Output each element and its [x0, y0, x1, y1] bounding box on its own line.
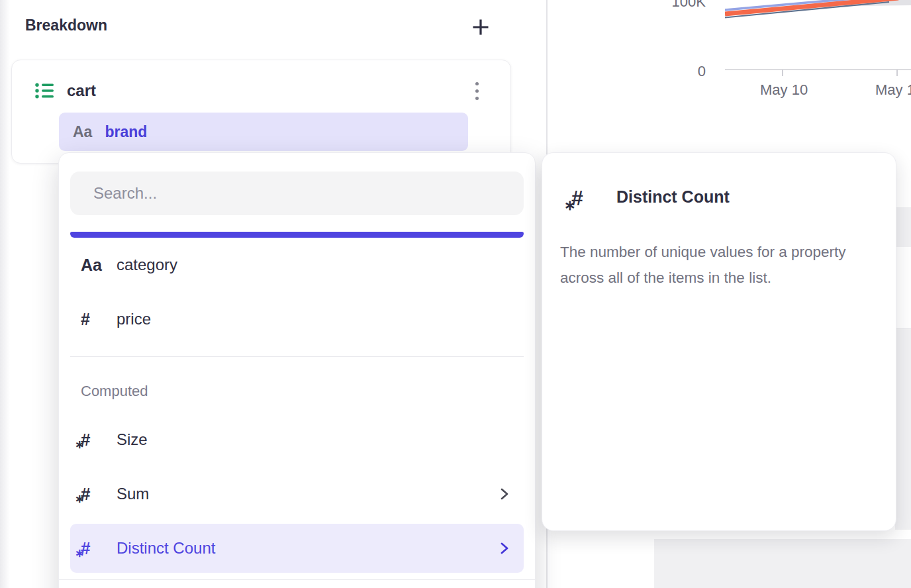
computed-label: Size — [117, 430, 148, 449]
list-icon — [34, 80, 55, 101]
x-axis-tick — [896, 70, 898, 76]
computed-section-label: Computed — [81, 383, 148, 400]
chevron-right-icon — [500, 541, 509, 556]
property-row-price[interactable]: # price — [70, 293, 524, 345]
computed-row-size[interactable]: #∗ Size — [70, 414, 524, 466]
background-table-row — [895, 207, 911, 247]
number-property-icon: # — [81, 310, 117, 329]
property-label: price — [117, 310, 151, 328]
property-row-category[interactable]: Aa category — [70, 239, 524, 291]
computed-label: Sum — [117, 485, 149, 503]
kebab-menu-button[interactable] — [471, 81, 483, 101]
tooltip-title: Distinct Count — [616, 187, 730, 207]
chevron-right-icon — [500, 487, 509, 501]
text-property-icon: Aa — [73, 123, 92, 141]
background-table-row — [895, 329, 911, 530]
y-axis-label-zero: 0 — [636, 63, 706, 80]
search-input[interactable] — [70, 172, 524, 215]
divider — [59, 579, 535, 580]
x-axis-label-may1: May 1 — [875, 81, 911, 99]
selected-property-row-edge[interactable] — [70, 232, 524, 238]
description-tooltip: #∗ Distinct Count The number of unique v… — [542, 152, 896, 531]
list-name: cart — [67, 81, 96, 100]
add-breakdown-button[interactable] — [469, 16, 493, 38]
computed-number-icon: #∗ — [81, 431, 101, 448]
left-edge-shade — [0, 0, 10, 588]
background-table-divider — [895, 328, 911, 329]
computed-row-sum[interactable]: #∗ Sum — [70, 468, 524, 520]
y-axis-label-top: 100K — [636, 0, 706, 11]
background-table-row — [654, 539, 911, 588]
text-property-icon: Aa — [81, 256, 117, 275]
computed-row-distinct-count[interactable]: #∗ Distinct Count — [70, 524, 524, 573]
breakdown-title: Breakdown — [25, 17, 107, 34]
tooltip-description: The number of unique values for a proper… — [560, 239, 863, 291]
selected-property-name: brand — [105, 123, 147, 141]
divider — [70, 356, 524, 357]
x-axis-label-may10: May 10 — [760, 81, 808, 99]
x-axis-tick — [782, 70, 783, 76]
selected-property-pill[interactable]: Aa brand — [59, 113, 468, 151]
property-dropdown: Aa category # price Computed #∗ Size #∗ … — [58, 152, 536, 588]
property-label: category — [117, 256, 177, 274]
list-header-row: cart — [34, 79, 497, 103]
breakdown-card: cart Aa brand — [11, 60, 511, 164]
computed-number-icon: #∗ — [81, 485, 101, 503]
app-window: Breakdown 100K 0 May 10 May 1 — [0, 0, 911, 588]
computed-number-icon: #∗ — [81, 540, 101, 557]
computed-number-icon: #∗ — [571, 187, 598, 209]
computed-label: Distinct Count — [117, 539, 215, 558]
x-axis-line — [725, 69, 911, 70]
plus-icon — [471, 17, 491, 37]
line-chart-series — [725, 0, 911, 34]
